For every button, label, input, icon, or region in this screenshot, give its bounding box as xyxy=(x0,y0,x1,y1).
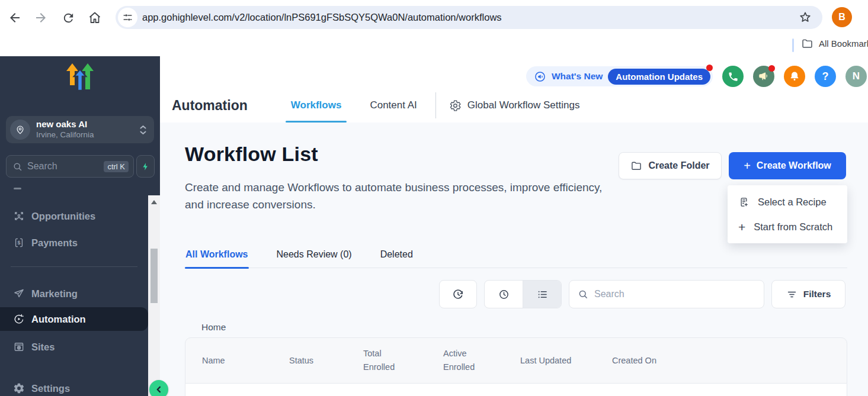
marketing-icon xyxy=(13,288,25,300)
sidebar-item-opportunities[interactable]: Opportunities xyxy=(0,204,148,228)
quick-actions-button[interactable] xyxy=(136,155,155,178)
announcement-icon xyxy=(534,70,546,83)
notifications-button[interactable] xyxy=(784,66,805,87)
column-header-total-enrolled: Total Enrolled xyxy=(363,347,443,374)
notification-dot xyxy=(706,65,713,71)
page-title: Automation xyxy=(172,98,248,114)
tab-content-ai[interactable]: Content AI xyxy=(364,88,422,123)
sidebar-scrollbar[interactable] xyxy=(148,195,160,396)
column-header-last-updated: Last Updated xyxy=(520,354,612,368)
bell-icon xyxy=(789,70,800,82)
whats-new-button[interactable]: What's New Automation Updates xyxy=(526,66,713,86)
bookmarks-bar: All Bookmarks xyxy=(0,34,868,56)
workflow-content: Workflow List Create and manage Workflow… xyxy=(160,123,868,396)
time-view-button[interactable] xyxy=(485,281,523,308)
account-switcher[interactable]: new oaks AI Irvine, California xyxy=(6,116,154,143)
clock-icon xyxy=(498,288,510,301)
payments-icon: $ xyxy=(13,237,25,249)
table-row xyxy=(185,384,847,396)
search-icon xyxy=(12,162,23,172)
create-workflow-button[interactable]: + Create Workflow xyxy=(729,152,846,179)
workflow-list-title: Workflow List xyxy=(185,143,318,166)
notification-dot xyxy=(768,65,775,72)
announcements-button[interactable] xyxy=(753,66,774,87)
app-frame: new oaks AI Irvine, California ctrl K Op… xyxy=(0,56,868,396)
sidebar-item-marketing[interactable]: Marketing xyxy=(0,282,148,305)
history-clock-icon xyxy=(451,288,465,301)
sidebar-collapse-button[interactable] xyxy=(149,380,168,396)
sidebar-item-sites[interactable]: Sites xyxy=(0,335,148,359)
back-icon[interactable] xyxy=(7,10,23,25)
url-text: app.gohighlevel.com/v2/location/lnPS691g… xyxy=(142,12,502,23)
all-bookmarks-button[interactable]: All Bookmarks xyxy=(801,37,868,50)
folder-icon xyxy=(801,37,813,50)
chevron-left-icon xyxy=(153,384,164,395)
lightning-bolt-icon xyxy=(141,162,150,172)
sidebar-item-payments[interactable]: $ Payments xyxy=(0,231,148,255)
keyboard-shortcut-badge: ctrl K xyxy=(104,161,129,172)
scrolled-item-fragment xyxy=(14,188,21,189)
tab-deleted[interactable]: Deleted xyxy=(380,246,414,268)
sidebar: new oaks AI Irvine, California ctrl K Op… xyxy=(0,56,160,396)
menu-item-start-from-scratch[interactable]: + Start from Scratch xyxy=(728,214,847,239)
search-icon xyxy=(578,289,588,300)
automation-updates-badge[interactable]: Automation Updates xyxy=(608,69,710,85)
workflow-search[interactable] xyxy=(569,280,764,308)
view-toggle xyxy=(484,280,562,308)
create-folder-button[interactable]: Create Folder xyxy=(619,152,722,179)
url-bar[interactable]: app.gohighlevel.com/v2/location/lnPS691g… xyxy=(116,6,822,29)
breadcrumb-home[interactable]: Home xyxy=(201,322,226,333)
sidebar-item-automation[interactable]: Automation xyxy=(0,307,148,331)
sidebar-divider xyxy=(11,266,137,267)
automation-header: Automation Workflows Content AI Global W… xyxy=(172,88,868,123)
reload-icon[interactable] xyxy=(60,10,76,25)
workflow-search-input[interactable] xyxy=(594,289,755,300)
tab-needs-review[interactable]: Needs Review (0) xyxy=(276,246,353,268)
main-area: What's New Automation Updates ? N xyxy=(160,56,868,396)
sidebar-item-settings[interactable]: Settings xyxy=(0,376,148,396)
phone-button[interactable] xyxy=(722,66,744,87)
list-view-button[interactable] xyxy=(523,281,561,308)
site-settings-icon[interactable] xyxy=(118,8,137,27)
bookmarks-separator xyxy=(792,38,794,52)
folder-icon xyxy=(630,160,642,172)
automation-icon xyxy=(13,313,25,325)
workflow-table: Name Status Total Enrolled Active Enroll… xyxy=(185,337,847,396)
filter-icon xyxy=(786,289,797,300)
sidebar-search-input[interactable] xyxy=(27,161,104,172)
help-button[interactable]: ? xyxy=(815,66,836,87)
home-icon[interactable] xyxy=(87,10,103,25)
global-workflow-settings-link[interactable]: Global Workflow Settings xyxy=(449,99,580,112)
column-header-name: Name xyxy=(185,354,289,368)
column-header-created-on: Created On xyxy=(612,354,847,368)
phone-icon xyxy=(728,71,739,82)
gohighlevel-logo-icon xyxy=(62,62,98,92)
location-pin-icon xyxy=(10,120,30,140)
browser-profile-avatar[interactable]: B xyxy=(832,7,852,27)
column-header-active-enrolled: Active Enrolled xyxy=(443,347,520,374)
table-header-row: Name Status Total Enrolled Active Enroll… xyxy=(185,337,847,384)
list-toolbar: Filters xyxy=(439,280,845,308)
recipe-document-icon xyxy=(738,197,750,208)
plus-icon: + xyxy=(738,221,745,233)
enrollment-history-button[interactable] xyxy=(439,280,477,308)
megaphone-icon xyxy=(758,70,770,82)
menu-item-select-recipe[interactable]: Select a Recipe xyxy=(728,189,847,214)
whats-new-label: What's New xyxy=(552,71,603,82)
svg-text:$: $ xyxy=(18,240,21,246)
account-location: Irvine, California xyxy=(36,130,94,140)
tab-workflows[interactable]: Workflows xyxy=(286,88,347,123)
filters-button[interactable]: Filters xyxy=(771,280,845,308)
forward-icon[interactable] xyxy=(33,10,49,25)
workflow-list-description: Create and manage Workflows to automate … xyxy=(185,179,606,213)
notification-row: What's New Automation Updates ? N xyxy=(526,66,867,87)
sidebar-search[interactable]: ctrl K xyxy=(6,155,134,178)
user-avatar[interactable]: N xyxy=(845,66,867,87)
scrollbar-thumb[interactable] xyxy=(150,249,158,303)
scroll-up-icon[interactable] xyxy=(151,200,157,204)
question-mark-icon: ? xyxy=(822,70,829,83)
opportunities-icon xyxy=(13,210,25,222)
gear-icon xyxy=(449,99,462,112)
tab-all-workflows[interactable]: All Workflows xyxy=(185,246,249,268)
bookmark-star-icon[interactable] xyxy=(797,9,813,25)
